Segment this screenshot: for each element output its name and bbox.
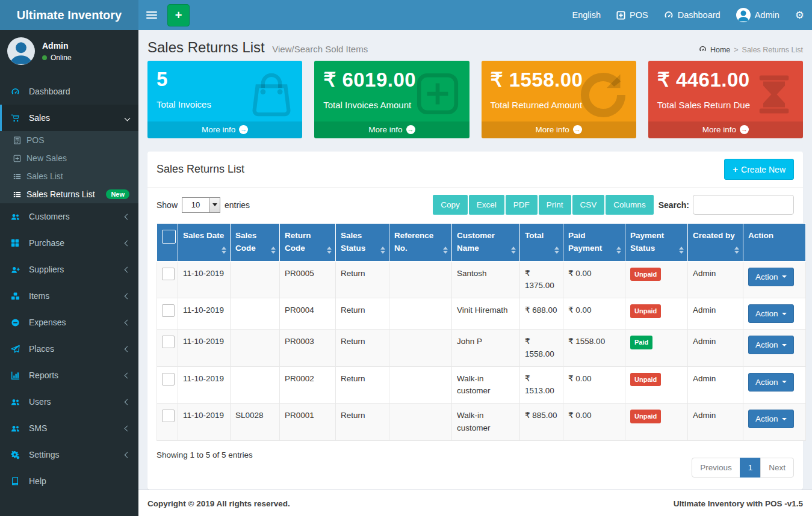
sort-icon <box>222 247 226 254</box>
row-checkbox[interactable] <box>162 304 175 317</box>
print-button[interactable]: Print <box>539 195 571 215</box>
sidebar-item-expenses[interactable]: Expenses <box>0 309 138 336</box>
row-checkbox[interactable] <box>162 373 175 385</box>
sidebar-item-new-sales[interactable]: New Sales <box>0 149 138 167</box>
quick-add-button[interactable]: + <box>167 4 190 26</box>
row-checkbox[interactable] <box>162 336 175 348</box>
page-title: Sales Returns List <box>147 39 265 55</box>
pagination: Previous 1 Next <box>692 458 794 478</box>
select-all-checkbox[interactable] <box>162 230 176 244</box>
sidebar-item-places[interactable]: Places <box>0 336 138 362</box>
col-payment-status[interactable]: Payment Status <box>625 224 688 262</box>
pagination-previous[interactable]: Previous <box>692 458 740 478</box>
language-menu[interactable]: English <box>565 0 609 30</box>
col-sales-date[interactable]: Sales Date <box>178 224 231 262</box>
sidebar-item-items[interactable]: Items <box>0 283 138 309</box>
search-input[interactable] <box>693 195 794 215</box>
sidebar-item-customers[interactable]: Customers <box>0 203 138 230</box>
sidebar-toggle-icon[interactable] <box>138 0 165 30</box>
brand-logo[interactable]: Ultimate Inventory <box>0 0 138 30</box>
action-button[interactable]: Action <box>748 304 794 323</box>
cubes-icon <box>11 292 25 301</box>
sidebar-item-suppliers[interactable]: Suppliers <box>0 256 138 283</box>
pdf-button[interactable]: PDF <box>506 195 538 215</box>
sidebar-user-name: Admin <box>42 41 72 51</box>
row-checkbox[interactable] <box>162 410 175 422</box>
caret-down-icon <box>782 418 787 420</box>
export-button-group: Copy Excel PDF Print CSV Columns <box>432 195 653 215</box>
col-reference-no[interactable]: Reference No. <box>389 224 452 262</box>
more-info-link[interactable]: More info → <box>147 121 302 138</box>
more-info-link[interactable]: More info → <box>648 121 803 138</box>
more-info-link[interactable]: More info → <box>482 121 636 138</box>
footer: Copyright © 2019 All rights reserved. Ul… <box>138 490 812 516</box>
action-button[interactable]: Action <box>748 373 794 392</box>
nav-dashboard-link[interactable]: Dashboard <box>656 0 728 30</box>
col-customer-name[interactable]: Customer Name <box>452 224 520 262</box>
entries-select[interactable]: 10 <box>182 197 220 213</box>
bar-chart-icon <box>11 371 25 380</box>
pagination-page-1[interactable]: 1 <box>740 458 761 478</box>
user-menu[interactable]: Admin <box>728 0 787 30</box>
arrow-circle-icon: → <box>740 125 749 134</box>
stat-card-total-invoices: 5 Total Invoices More info → <box>147 61 302 138</box>
action-button[interactable]: Action <box>748 268 794 286</box>
user-plus-icon <box>11 265 25 274</box>
sidebar-item-users[interactable]: Users <box>0 389 138 415</box>
dashboard-icon <box>11 87 25 96</box>
excel-button[interactable]: Excel <box>469 195 504 215</box>
col-sales-code[interactable]: Sales Code <box>231 224 280 262</box>
search-label: Search: <box>659 200 689 210</box>
caret-down-icon <box>782 381 787 383</box>
sidebar-item-purchase[interactable]: Purchase <box>0 230 138 256</box>
chevron-left-icon <box>125 293 131 299</box>
show-label: Show <box>157 200 178 210</box>
action-button[interactable]: Action <box>748 410 794 428</box>
sidebar-item-pos[interactable]: POS <box>0 131 138 149</box>
sidebar-item-settings[interactable]: Settings <box>0 441 138 468</box>
shopping-bag-icon <box>248 69 295 121</box>
select-all-header[interactable] <box>157 224 178 262</box>
row-checkbox[interactable] <box>162 268 175 280</box>
sidebar-item-sms[interactable]: SMS <box>0 415 138 441</box>
settings-gear-icon[interactable]: ⚙ <box>787 0 812 30</box>
sidebar-item-sales[interactable]: Sales <box>0 105 138 131</box>
hourglass-icon <box>752 69 796 122</box>
chevron-left-icon <box>125 452 131 458</box>
columns-button[interactable]: Columns <box>606 195 653 215</box>
create-new-button[interactable]: + Create New <box>724 159 794 180</box>
plus-icon: + <box>733 164 738 174</box>
book-icon <box>11 477 25 485</box>
caret-down-icon <box>782 313 787 315</box>
copy-button[interactable]: Copy <box>433 195 468 215</box>
pagination-next[interactable]: Next <box>760 458 794 478</box>
col-created-by[interactable]: Created by <box>688 224 743 262</box>
panel-title: Sales Returns List <box>157 163 244 176</box>
sidebar-item-sales-returns-list[interactable]: Sales Returns List New <box>0 185 138 203</box>
col-return-code[interactable]: Return Code <box>280 224 336 262</box>
col-paid-payment[interactable]: Paid Payment <box>563 224 625 262</box>
select-arrow-icon <box>209 198 220 212</box>
sort-icon <box>380 247 385 254</box>
sales-returns-panel: Sales Returns List + Create New Show 10 … <box>147 152 803 490</box>
sidebar-item-reports[interactable]: Reports <box>0 362 138 389</box>
new-badge: New <box>106 189 129 199</box>
col-sales-status[interactable]: Sales Status <box>336 224 389 262</box>
col-total[interactable]: Total <box>520 224 563 262</box>
avatar <box>736 8 751 22</box>
plus-square-icon <box>13 155 26 162</box>
stat-card-total-invoices-amount: ₹ 6019.00 Total Invoices Amount More inf… <box>314 61 469 138</box>
sidebar-item-sales-list[interactable]: Sales List <box>0 167 138 185</box>
csv-button[interactable]: CSV <box>572 195 605 215</box>
sidebar-item-help[interactable]: Help <box>0 468 138 494</box>
more-info-link[interactable]: More info → <box>314 121 469 138</box>
plus-icon: + <box>175 8 182 22</box>
chevron-left-icon <box>125 213 131 220</box>
breadcrumb-home[interactable]: Home <box>710 46 730 54</box>
chevron-left-icon <box>125 399 131 405</box>
sidebar-item-dashboard[interactable]: Dashboard <box>0 78 138 105</box>
plus-square-icon <box>413 69 462 121</box>
chevron-left-icon <box>125 319 131 325</box>
nav-pos-link[interactable]: POS <box>609 0 656 30</box>
action-button[interactable]: Action <box>748 336 794 354</box>
